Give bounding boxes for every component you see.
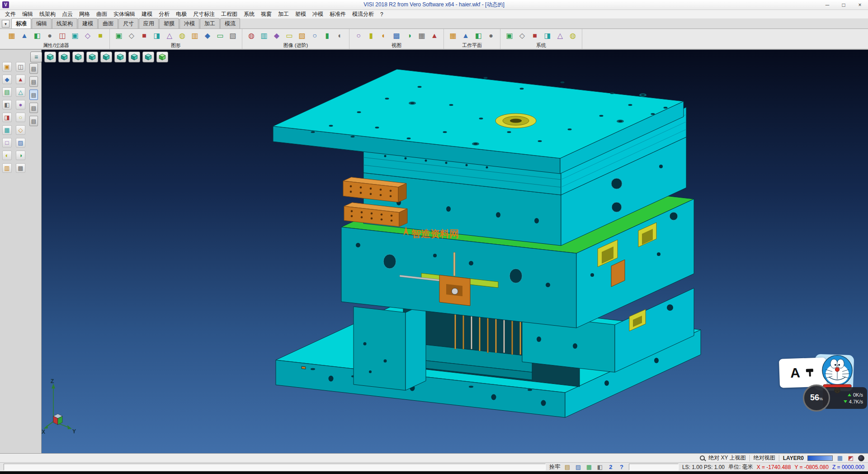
bottom-view-icon[interactable] [142,52,154,62]
menu-item-7[interactable]: 建模 [138,9,156,19]
undo-tool-icon[interactable]: ◐ [2,151,12,160]
top-view-icon[interactable] [72,52,84,62]
model-viewport[interactable]: 智造资料网 Z X Y A [42,50,868,453]
menu-item-11[interactable]: 工程图 [218,9,241,19]
menu-item-13[interactable]: 视窗 [258,9,275,19]
lights-icon[interactable]: ○ [310,31,320,41]
mask-icon[interactable] [596,464,604,471]
standard-views-icon[interactable]: ◑ [404,31,414,41]
pan-view-icon[interactable]: ▮ [366,31,376,41]
shaded-solid-icon[interactable]: ◇ [127,31,137,41]
tab-曲面[interactable]: 曲面 [98,18,118,28]
menu-item-10[interactable]: 尺寸标注 [190,9,218,19]
render-hidden-line-icon[interactable]: ◆ [272,31,282,41]
plane-1-icon[interactable]: ▤ [29,63,38,74]
palette-icon[interactable] [847,455,854,462]
search-icon[interactable] [700,455,705,460]
previous-view-icon[interactable]: ▩ [392,31,401,41]
palette-tool-icon[interactable]: ▩ [16,163,25,173]
workplane-activate-icon[interactable]: ◧ [473,31,483,41]
redo-tool-icon[interactable]: ◑ [16,151,25,160]
refresh-graphics-icon[interactable]: ▣ [114,31,124,41]
osnap-2-icon[interactable] [607,464,614,471]
menu-item-5[interactable]: 曲面 [93,9,110,19]
plane-3-icon[interactable]: ▤ [29,90,38,100]
capture-icon[interactable] [564,464,571,471]
system-grid-icon[interactable]: ■ [530,31,540,41]
menu-item-18[interactable]: 模流分析 [349,9,377,19]
status-field[interactable] [629,464,679,470]
filter-edges-icon[interactable]: ◧ [32,31,42,41]
tab-尺寸[interactable]: 尺寸 [118,18,138,28]
transform-tool-icon[interactable]: ◧ [2,100,12,109]
speed-monitor-widget[interactable]: 0K/s 4.7K/s 56 % [803,384,868,413]
delete-tool-icon[interactable]: □ [2,138,12,147]
snap-tool-icon[interactable]: ◫ [16,62,25,71]
tab-模流[interactable]: 模流 [220,18,240,28]
close-button[interactable]: × [852,0,868,9]
filter-curves-icon[interactable]: ◫ [57,31,67,41]
tab-dropdown-icon[interactable] [2,20,9,28]
speed-percent-badge[interactable]: 56 % [803,384,830,412]
view-list-icon[interactable]: ≡ [30,52,42,62]
iso-view-1-icon[interactable] [44,52,56,62]
cut-tool-icon[interactable]: ▲ [16,75,25,84]
system-options-icon[interactable]: ◨ [542,31,552,41]
menu-item-4[interactable]: 网格 [76,9,93,19]
status-abs-mode[interactable]: 绝对视图 [754,454,775,462]
system-colors-icon[interactable]: ▣ [505,31,514,41]
menu-item-12[interactable]: 系统 [241,9,258,19]
minimize-button[interactable]: ─ [819,0,835,9]
filter-all-icon[interactable]: ■ [95,31,105,41]
globe-icon[interactable] [858,455,864,461]
array-tool-icon[interactable]: ▦ [2,125,12,135]
select-tool-icon[interactable]: ▣ [2,62,12,71]
iso-view-2-icon[interactable] [58,52,70,62]
command-input[interactable] [4,464,546,470]
hatch-icon[interactable] [575,464,582,471]
system-help-icon[interactable]: ◍ [568,31,578,41]
tab-建模[interactable]: 建模 [78,18,98,28]
shaded-cube-icon[interactable] [156,52,168,62]
mirror-tool-icon[interactable]: ◨ [2,113,12,122]
measure-tool-icon[interactable]: ▤ [2,87,12,97]
workplane-display-icon[interactable]: ● [486,31,496,41]
page-previous-icon[interactable]: △ [165,31,175,41]
help-icon[interactable] [618,464,625,471]
workplane-new-icon[interactable]: ▦ [448,31,458,41]
snapshot-icon[interactable]: ◐ [335,31,345,41]
rotate-view-icon[interactable]: ○ [354,31,363,41]
tab-应用[interactable]: 应用 [139,18,159,28]
menu-item-9[interactable]: 电极 [173,9,190,19]
view-normal-to-icon[interactable]: ▲ [429,31,439,41]
menu-item-0[interactable]: 文件 [2,9,19,19]
status-abs-view[interactable]: 绝对 XY 上视图 [708,454,745,462]
axonometric-view-icon[interactable]: ▦ [417,31,427,41]
zoom-window-icon[interactable]: ◆ [203,31,212,41]
scale-tool-icon[interactable]: ◇ [16,125,25,135]
move-tool-icon[interactable]: ● [16,100,25,109]
textures-icon[interactable]: ▧ [297,31,307,41]
back-view-icon[interactable] [128,52,140,62]
tab-线架构[interactable]: 线架构 [52,18,77,28]
menu-item-1[interactable]: 编辑 [19,9,36,19]
render-wireframe-icon[interactable]: ▥ [259,31,269,41]
filter-layers-icon[interactable]: ◇ [83,31,93,41]
grid-icon[interactable] [836,455,844,462]
menu-item-17[interactable]: 标准件 [326,9,349,19]
maximize-button[interactable]: □ [835,0,852,9]
materials-icon[interactable]: ▭ [284,31,294,41]
plane-4-icon[interactable]: ▤ [29,103,38,113]
tab-塑膜[interactable]: 塑膜 [159,18,179,28]
front-view-icon[interactable] [86,52,98,62]
zoom-view-icon[interactable]: ◐ [379,31,389,41]
page-add-icon[interactable]: ◨ [152,31,162,41]
menu-item-6[interactable]: 实体编辑 [110,9,138,19]
render-shaded-icon[interactable]: ◍ [246,31,256,41]
filter-solids-icon[interactable]: ● [45,31,55,41]
background-icon[interactable]: ▮ [322,31,332,41]
system-layers-icon[interactable]: ◇ [517,31,527,41]
rotate-tool-icon[interactable]: ○ [16,113,25,122]
status-layer[interactable]: LAYER0 [783,455,804,461]
attributes-icon[interactable]: ▦ [7,31,17,41]
